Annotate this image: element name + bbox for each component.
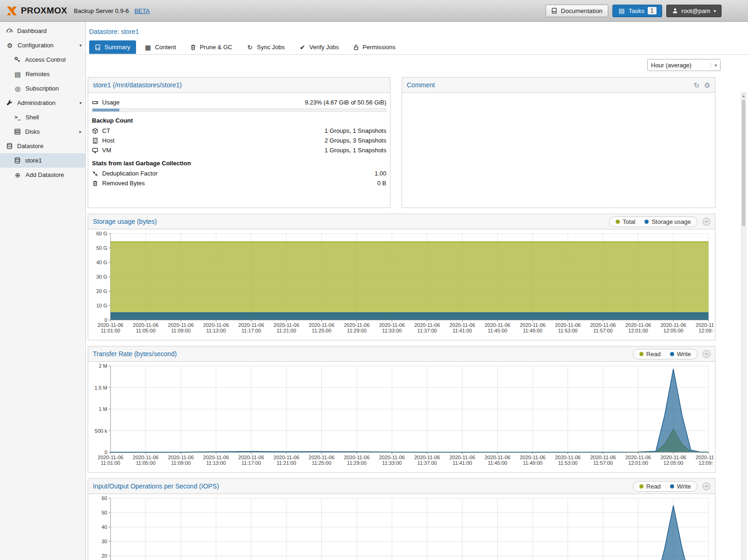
vertical-scrollbar[interactable]: ▲ bbox=[741, 92, 746, 560]
sidebar-item-disks[interactable]: Disks ▸ bbox=[0, 124, 85, 139]
tab-summary[interactable]: Summary bbox=[89, 40, 136, 54]
sidebar-item-shell[interactable]: >_ Shell bbox=[0, 110, 85, 124]
chevron-right-icon[interactable]: ▸ bbox=[79, 129, 82, 134]
monitor-icon bbox=[92, 147, 98, 154]
top-bar: PROXMOX Backup Server 0.9-6 BETA Documen… bbox=[0, 0, 748, 22]
svg-text:2020-11-0611:37:00: 2020-11-0611:37:00 bbox=[414, 455, 440, 466]
chevron-down-icon[interactable]: ▾ bbox=[79, 100, 82, 105]
chart-toolbar: Hour (average) ▾ bbox=[86, 55, 748, 75]
gears-icon: ⚙ bbox=[6, 42, 13, 49]
time-range-select[interactable]: Hour (average) ▾ bbox=[647, 59, 721, 71]
legend-dot bbox=[639, 484, 644, 488]
legend-dot bbox=[639, 352, 644, 356]
row-label: Removed Bytes bbox=[102, 180, 145, 187]
row-value: 1 Groups, 1 Snapshots bbox=[325, 127, 386, 134]
sync-icon: ↻ bbox=[246, 44, 254, 51]
legend-dot bbox=[670, 484, 674, 488]
user-menu-button[interactable]: root@pam ▾ bbox=[666, 5, 722, 17]
reload-icon[interactable]: ↻ bbox=[694, 82, 700, 89]
chart-legend: Read Write bbox=[633, 481, 697, 492]
svg-text:2020-11-0611:09:00: 2020-11-0611:09:00 bbox=[168, 455, 194, 466]
legend-dot bbox=[670, 352, 674, 356]
panel-header: Comment ↻ ⚙ bbox=[402, 78, 715, 93]
legend-item-storage-usage[interactable]: Storage usage bbox=[644, 218, 691, 225]
sidebar-item-add-datastore[interactable]: ⊕ Add Datastore bbox=[0, 168, 85, 182]
tab-sync-jobs[interactable]: ↻ Sync Jobs bbox=[241, 40, 290, 54]
legend-label: Write bbox=[677, 351, 691, 358]
svg-text:2020-11-0611:53:00: 2020-11-0611:53:00 bbox=[555, 455, 580, 466]
svg-text:2020-11-0611:45:00: 2020-11-0611:45:00 bbox=[485, 455, 510, 466]
panel-title: Input/Output Operations per Second (IOPS… bbox=[93, 482, 219, 490]
svg-text:2020-11-0611:05:00: 2020-11-0611:05:00 bbox=[133, 455, 158, 466]
book-icon bbox=[551, 7, 558, 14]
gear-icon[interactable]: ⚙ bbox=[704, 82, 710, 89]
svg-text:2020-11-0612:01:00: 2020-11-0612:01:00 bbox=[625, 455, 651, 466]
beta-link[interactable]: BETA bbox=[134, 7, 150, 14]
content-area: store1 (/mnt/datastores/store1) Usage 9.… bbox=[86, 75, 748, 560]
svg-text:0: 0 bbox=[104, 317, 107, 323]
legend-label: Storage usage bbox=[651, 218, 691, 225]
product-version: Backup Server 0.9-6 bbox=[74, 7, 129, 14]
tab-verify-jobs[interactable]: ✔ Verify Jobs bbox=[293, 40, 345, 54]
comment-content[interactable] bbox=[402, 93, 715, 208]
legend-item-read[interactable]: Read bbox=[639, 351, 661, 358]
sidebar-item-subscription[interactable]: ◎ Subscription bbox=[0, 81, 85, 96]
sidebar-item-remotes[interactable]: ▤ Remotes bbox=[0, 67, 85, 81]
cube-icon bbox=[92, 128, 98, 134]
sidebar-item-administration[interactable]: Administration ▾ bbox=[0, 96, 85, 110]
tasks-count-badge: 1 bbox=[648, 7, 657, 14]
panel-title: Comment bbox=[407, 81, 435, 89]
sidebar-item-store1[interactable]: store1 bbox=[0, 153, 85, 168]
database-icon bbox=[6, 143, 13, 150]
svg-text:30 G: 30 G bbox=[96, 274, 107, 280]
table-row: CT 1 Groups, 1 Snapshots bbox=[92, 126, 386, 135]
sidebar-item-configuration[interactable]: ⚙ Configuration ▾ bbox=[0, 38, 85, 52]
svg-text:40 G: 40 G bbox=[96, 260, 107, 265]
collapse-icon[interactable]: − bbox=[702, 482, 710, 490]
svg-text:2020-11-0611:41:00: 2020-11-0611:41:00 bbox=[449, 322, 475, 333]
svg-text:20 G: 20 G bbox=[96, 288, 107, 294]
scrollbar-thumb[interactable] bbox=[742, 100, 745, 226]
harddisk-icon bbox=[92, 99, 98, 106]
svg-text:2020-11-0611:29:00: 2020-11-0611:29:00 bbox=[344, 455, 370, 466]
compress-icon bbox=[92, 170, 98, 177]
svg-text:50: 50 bbox=[102, 510, 107, 515]
sidebar-item-access-control[interactable]: Access Control bbox=[0, 52, 85, 67]
legend-item-read[interactable]: Read bbox=[639, 483, 661, 490]
documentation-button[interactable]: Documentation bbox=[546, 5, 608, 17]
svg-text:1 M: 1 M bbox=[99, 406, 107, 412]
legend-item-write[interactable]: Write bbox=[670, 483, 691, 490]
transfer-rate-panel: Transfer Rate (bytes/second) Read Write … bbox=[88, 346, 715, 473]
storage-usage-panel: Storage usage (bytes) Total Storage usag… bbox=[88, 214, 715, 340]
backup-count-heading: Backup Count bbox=[92, 117, 386, 124]
row-value: 1.00 bbox=[375, 170, 386, 177]
collapse-icon[interactable]: − bbox=[702, 218, 710, 226]
sidebar-item-dashboard[interactable]: Dashboard bbox=[0, 24, 85, 38]
legend-dot bbox=[644, 220, 649, 224]
tasks-button[interactable]: ▤ Tasks 1 bbox=[612, 5, 662, 17]
tab-permissions[interactable]: Permissions bbox=[347, 40, 401, 54]
svg-text:40: 40 bbox=[102, 524, 107, 530]
svg-text:2020-11-0611:49:00: 2020-11-0611:49:00 bbox=[520, 322, 545, 333]
legend-item-total[interactable]: Total bbox=[616, 218, 635, 225]
trash-icon bbox=[190, 44, 196, 51]
scrollbar-up-arrow[interactable]: ▲ bbox=[741, 93, 746, 99]
row-label: Deduplication Factor bbox=[102, 170, 157, 177]
svg-text:20: 20 bbox=[102, 553, 107, 559]
chevron-down-icon[interactable]: ▾ bbox=[79, 43, 82, 48]
collapse-icon[interactable]: − bbox=[702, 350, 710, 358]
sidebar-item-datastore[interactable]: Datastore bbox=[0, 139, 85, 153]
row-label: Host bbox=[102, 137, 115, 144]
plus-circle-icon: ⊕ bbox=[14, 172, 21, 178]
summary-icon bbox=[95, 44, 101, 51]
iops-chart: 2020-11-0611:01:002020-11-0611:05:002020… bbox=[88, 494, 715, 560]
usage-row: Usage 9.23% (4.67 GiB of 50.56 GiB) bbox=[92, 98, 386, 107]
table-row: Host 2 Groups, 3 Snapshots bbox=[92, 136, 386, 145]
terminal-icon: >_ bbox=[14, 115, 21, 120]
svg-text:0: 0 bbox=[104, 449, 107, 455]
tab-content[interactable]: ▦ Content bbox=[139, 40, 182, 54]
svg-text:500 k: 500 k bbox=[95, 428, 107, 434]
legend-item-write[interactable]: Write bbox=[670, 351, 691, 358]
svg-text:2020-11-0611:49:00: 2020-11-0611:49:00 bbox=[520, 455, 545, 466]
tab-prune-gc[interactable]: Prune & GC bbox=[184, 40, 238, 54]
